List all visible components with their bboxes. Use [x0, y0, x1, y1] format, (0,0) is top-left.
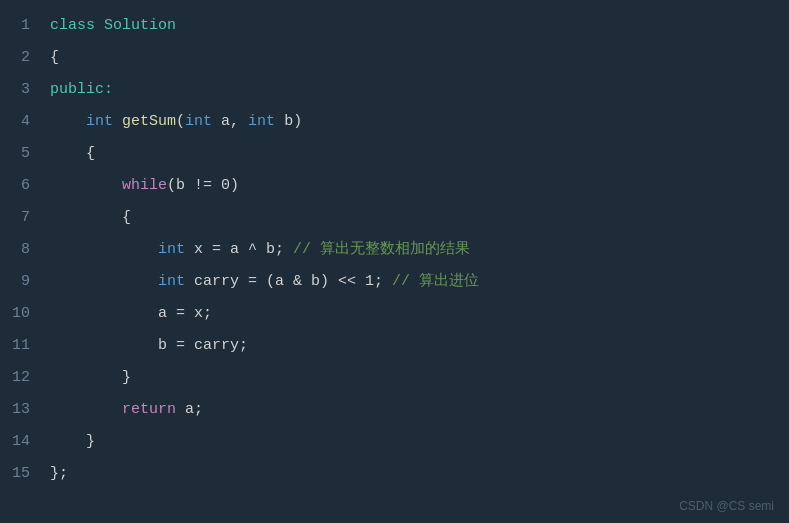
- code-line: 2{: [0, 42, 789, 74]
- code-line: 8 int x = a ^ b; // 算出无整数相加的结果: [0, 234, 789, 266]
- token: while: [122, 177, 167, 194]
- token: [50, 241, 158, 258]
- line-number: 13: [0, 394, 50, 426]
- line-number: 4: [0, 106, 50, 138]
- code-line: 10 a = x;: [0, 298, 789, 330]
- line-content: };: [50, 458, 68, 490]
- line-number: 3: [0, 74, 50, 106]
- token: {: [50, 49, 59, 66]
- token: [50, 273, 158, 290]
- token: int: [158, 273, 185, 290]
- token: public:: [50, 81, 113, 98]
- token: Solution: [104, 17, 176, 34]
- token: int: [86, 113, 113, 130]
- code-line: 11 b = carry;: [0, 330, 789, 362]
- token: {: [50, 145, 95, 162]
- line-number: 6: [0, 170, 50, 202]
- token: carry = (a & b) << 1;: [185, 273, 392, 290]
- line-content: while(b != 0): [50, 170, 239, 202]
- line-content: b = carry;: [50, 330, 248, 362]
- token: b): [275, 113, 302, 130]
- line-content: return a;: [50, 394, 203, 426]
- code-line: 6 while(b != 0): [0, 170, 789, 202]
- code-line: 15};: [0, 458, 789, 490]
- code-line: 5 {: [0, 138, 789, 170]
- line-content: a = x;: [50, 298, 212, 330]
- code-lines: 1class Solution2{3public:4 int getSum(in…: [0, 10, 789, 490]
- token: int: [248, 113, 275, 130]
- token: [50, 113, 86, 130]
- line-number: 8: [0, 234, 50, 266]
- token: [50, 401, 122, 418]
- token: (: [176, 113, 185, 130]
- token: return: [122, 401, 176, 418]
- token: x = a ^ b;: [185, 241, 293, 258]
- line-number: 10: [0, 298, 50, 330]
- token: a,: [212, 113, 248, 130]
- code-line: 13 return a;: [0, 394, 789, 426]
- code-line: 14 }: [0, 426, 789, 458]
- line-content: }: [50, 362, 131, 394]
- line-content: {: [50, 42, 59, 74]
- code-line: 9 int carry = (a & b) << 1; // 算出进位: [0, 266, 789, 298]
- line-number: 5: [0, 138, 50, 170]
- token: {: [50, 209, 131, 226]
- token: // 算出进位: [392, 273, 479, 290]
- line-content: int carry = (a & b) << 1; // 算出进位: [50, 266, 479, 298]
- code-editor: 1class Solution2{3public:4 int getSum(in…: [0, 0, 789, 523]
- line-content: {: [50, 138, 95, 170]
- token: class: [50, 17, 95, 34]
- token: int: [158, 241, 185, 258]
- token: getSum: [122, 113, 176, 130]
- line-number: 7: [0, 202, 50, 234]
- code-line: 4 int getSum(int a, int b): [0, 106, 789, 138]
- token: // 算出无整数相加的结果: [293, 241, 470, 258]
- code-line: 1class Solution: [0, 10, 789, 42]
- line-content: public:: [50, 74, 113, 106]
- code-line: 3public:: [0, 74, 789, 106]
- token: [50, 177, 122, 194]
- token: [113, 113, 122, 130]
- line-content: }: [50, 426, 95, 458]
- line-number: 1: [0, 10, 50, 42]
- line-content: {: [50, 202, 131, 234]
- code-line: 12 }: [0, 362, 789, 394]
- line-content: int getSum(int a, int b): [50, 106, 302, 138]
- token: a;: [176, 401, 203, 418]
- token: }: [50, 433, 95, 450]
- line-content: int x = a ^ b; // 算出无整数相加的结果: [50, 234, 470, 266]
- line-number: 9: [0, 266, 50, 298]
- line-content: class Solution: [50, 10, 176, 42]
- line-number: 12: [0, 362, 50, 394]
- code-line: 7 {: [0, 202, 789, 234]
- line-number: 14: [0, 426, 50, 458]
- token: (b != 0): [167, 177, 239, 194]
- watermark: CSDN @CS semi: [679, 499, 774, 513]
- line-number: 2: [0, 42, 50, 74]
- line-number: 11: [0, 330, 50, 362]
- token: }: [50, 369, 131, 386]
- token: b = carry;: [50, 337, 248, 354]
- token: };: [50, 465, 68, 482]
- token: int: [185, 113, 212, 130]
- line-number: 15: [0, 458, 50, 490]
- token: a = x;: [50, 305, 212, 322]
- token: [95, 17, 104, 34]
